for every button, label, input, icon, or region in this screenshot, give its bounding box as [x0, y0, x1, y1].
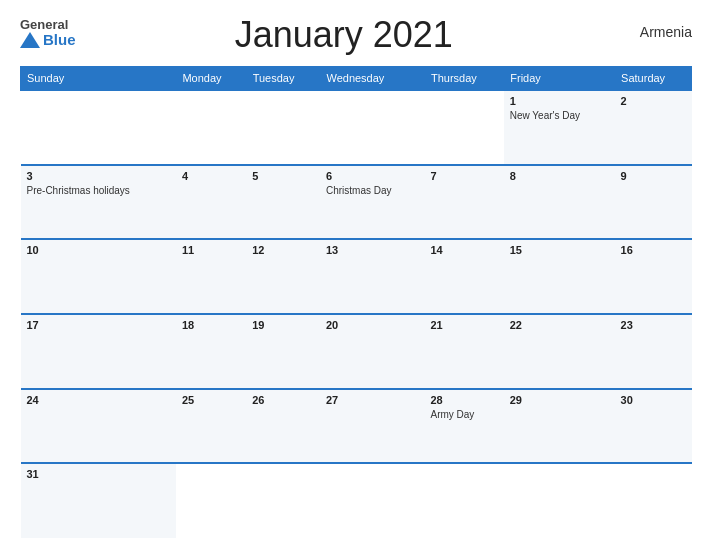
date-24: 24 — [27, 394, 170, 406]
date-14: 14 — [430, 244, 497, 256]
date-10: 10 — [27, 244, 170, 256]
calendar-body: 1 New Year's Day 2 3 Pre-Christmas holid… — [21, 90, 692, 538]
cell-w5-sat: 30 — [615, 389, 692, 464]
cell-w1-thu — [424, 90, 503, 165]
calendar-table: Sunday Monday Tuesday Wednesday Thursday… — [20, 66, 692, 538]
cell-w2-mon: 4 — [176, 165, 246, 240]
cell-w4-sat: 23 — [615, 314, 692, 389]
date-30: 30 — [621, 394, 686, 406]
week-row-1: 1 New Year's Day 2 — [21, 90, 692, 165]
cell-w6-fri — [504, 463, 615, 538]
week-row-5: 24 25 26 27 28 Army Day 29 — [21, 389, 692, 464]
cell-w2-sun: 3 Pre-Christmas holidays — [21, 165, 176, 240]
cell-w5-wed: 27 — [320, 389, 425, 464]
date-6: 6 — [326, 170, 419, 182]
event-1: New Year's Day — [510, 110, 580, 121]
logo-general-text: General — [20, 18, 68, 31]
cell-w1-mon — [176, 90, 246, 165]
header: General Blue January 2021 Armenia — [20, 18, 692, 56]
logo: General Blue — [20, 18, 76, 48]
cell-w5-tue: 26 — [246, 389, 320, 464]
col-wednesday: Wednesday — [320, 67, 425, 91]
calendar-page: General Blue January 2021 Armenia Sunday… — [0, 0, 712, 550]
date-28: 28 — [430, 394, 497, 406]
cell-w3-thu: 14 — [424, 239, 503, 314]
date-15: 15 — [510, 244, 609, 256]
cell-w1-sun — [21, 90, 176, 165]
cell-w5-mon: 25 — [176, 389, 246, 464]
date-18: 18 — [182, 319, 240, 331]
date-5: 5 — [252, 170, 314, 182]
event-3: Pre-Christmas holidays — [27, 185, 130, 196]
cell-w4-sun: 17 — [21, 314, 176, 389]
cell-w3-wed: 13 — [320, 239, 425, 314]
cell-w6-sun: 31 — [21, 463, 176, 538]
date-3: 3 — [27, 170, 170, 182]
logo-triangle-icon — [20, 32, 40, 48]
date-8: 8 — [510, 170, 609, 182]
date-4: 4 — [182, 170, 240, 182]
logo-blue-text: Blue — [43, 31, 76, 48]
col-sunday: Sunday — [21, 67, 176, 91]
cell-w1-wed — [320, 90, 425, 165]
date-29: 29 — [510, 394, 609, 406]
cell-w3-sun: 10 — [21, 239, 176, 314]
date-13: 13 — [326, 244, 419, 256]
calendar-title: January 2021 — [76, 14, 612, 56]
cell-w1-tue — [246, 90, 320, 165]
event-6: Christmas Day — [326, 185, 392, 196]
date-21: 21 — [430, 319, 497, 331]
cell-w5-fri: 29 — [504, 389, 615, 464]
cell-w5-sun: 24 — [21, 389, 176, 464]
week-row-6: 31 — [21, 463, 692, 538]
cell-w6-mon — [176, 463, 246, 538]
week-row-2: 3 Pre-Christmas holidays 4 5 6 Christmas… — [21, 165, 692, 240]
col-monday: Monday — [176, 67, 246, 91]
cell-w2-tue: 5 — [246, 165, 320, 240]
cell-w2-sat: 9 — [615, 165, 692, 240]
date-7: 7 — [430, 170, 497, 182]
cell-w1-sat: 2 — [615, 90, 692, 165]
cell-w4-wed: 20 — [320, 314, 425, 389]
cell-w5-thu: 28 Army Day — [424, 389, 503, 464]
date-27: 27 — [326, 394, 419, 406]
week-row-4: 17 18 19 20 21 22 23 — [21, 314, 692, 389]
cell-w2-wed: 6 Christmas Day — [320, 165, 425, 240]
date-20: 20 — [326, 319, 419, 331]
country-label: Armenia — [612, 24, 692, 40]
cell-w3-tue: 12 — [246, 239, 320, 314]
cell-w3-mon: 11 — [176, 239, 246, 314]
date-23: 23 — [621, 319, 686, 331]
cell-w6-wed — [320, 463, 425, 538]
cell-w6-sat — [615, 463, 692, 538]
col-tuesday: Tuesday — [246, 67, 320, 91]
date-17: 17 — [27, 319, 170, 331]
date-31: 31 — [27, 468, 170, 480]
cell-w4-tue: 19 — [246, 314, 320, 389]
cell-w6-tue — [246, 463, 320, 538]
cell-w3-fri: 15 — [504, 239, 615, 314]
date-26: 26 — [252, 394, 314, 406]
col-thursday: Thursday — [424, 67, 503, 91]
calendar-header: Sunday Monday Tuesday Wednesday Thursday… — [21, 67, 692, 91]
date-25: 25 — [182, 394, 240, 406]
date-9: 9 — [621, 170, 686, 182]
col-saturday: Saturday — [615, 67, 692, 91]
cell-w3-sat: 16 — [615, 239, 692, 314]
cell-w2-thu: 7 — [424, 165, 503, 240]
col-friday: Friday — [504, 67, 615, 91]
logo-blue-row: Blue — [20, 31, 76, 48]
date-16: 16 — [621, 244, 686, 256]
date-1: 1 — [510, 95, 609, 107]
date-19: 19 — [252, 319, 314, 331]
cell-w4-fri: 22 — [504, 314, 615, 389]
event-28: Army Day — [430, 409, 474, 420]
cell-w4-thu: 21 — [424, 314, 503, 389]
cell-w6-thu — [424, 463, 503, 538]
week-row-3: 10 11 12 13 14 15 16 — [21, 239, 692, 314]
cell-w1-fri: 1 New Year's Day — [504, 90, 615, 165]
weekday-row: Sunday Monday Tuesday Wednesday Thursday… — [21, 67, 692, 91]
date-2: 2 — [621, 95, 686, 107]
date-12: 12 — [252, 244, 314, 256]
cell-w4-mon: 18 — [176, 314, 246, 389]
